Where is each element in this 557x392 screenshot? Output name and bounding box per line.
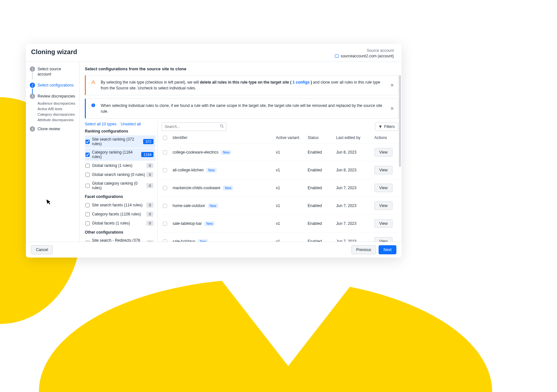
type-checkbox[interactable] bbox=[85, 241, 90, 242]
type-checkbox[interactable] bbox=[85, 173, 90, 177]
table-row[interactable]: mackenzie-childs-cookwareNewv1EnabledJun… bbox=[162, 179, 398, 197]
svg-text:i: i bbox=[93, 104, 94, 107]
row-status: Enabled bbox=[308, 203, 334, 208]
step-1[interactable]: 1 Select source account bbox=[30, 66, 75, 77]
table-row[interactable]: college-cookware-electricsNewv1EnabledJu… bbox=[162, 144, 398, 161]
row-variant: v1 bbox=[276, 203, 305, 208]
step-4-num: 4 bbox=[30, 126, 35, 132]
modal-footer: Cancel Previous Next bbox=[26, 242, 402, 258]
step-3-num: 3 bbox=[30, 94, 35, 99]
type-redirects[interactable]: Site search - Redirects (378 rules) 0 bbox=[85, 236, 155, 242]
row-status: Enabled bbox=[308, 239, 334, 242]
step-2[interactable]: 2 Select configurations bbox=[30, 83, 75, 88]
row-checkbox[interactable] bbox=[163, 222, 167, 226]
cancel-button[interactable]: Cancel bbox=[31, 245, 53, 254]
row-status: Enabled bbox=[308, 221, 334, 226]
source-account-name: sourceaccount2.com (account) bbox=[341, 54, 394, 58]
type-checkbox[interactable] bbox=[85, 212, 90, 216]
svg-line-3 bbox=[222, 127, 223, 128]
type-checkbox[interactable] bbox=[85, 203, 90, 207]
close-alert-button[interactable]: ✕ bbox=[390, 82, 394, 89]
row-edited: Jun 8, 2023 bbox=[336, 150, 372, 155]
scrollbar-thumb[interactable] bbox=[399, 75, 401, 167]
row-checkbox[interactable] bbox=[163, 239, 167, 242]
account-icon bbox=[335, 54, 339, 58]
col-actions: Actions bbox=[374, 135, 397, 140]
type-checkbox[interactable] bbox=[85, 221, 90, 225]
group-facet: Facet configurations bbox=[85, 194, 155, 199]
select-all-link[interactable]: Select all 10 types bbox=[85, 122, 116, 126]
filters-button[interactable]: Filters bbox=[375, 122, 398, 131]
select-all-checkbox[interactable] bbox=[163, 136, 167, 140]
info-alert: i When selecting individual rules to clo… bbox=[85, 98, 398, 119]
row-identifier: mackenzie-childs-cookwareNew bbox=[173, 186, 273, 190]
substep-abtests[interactable]: Active A/B tests bbox=[38, 107, 75, 111]
view-button[interactable]: View bbox=[374, 237, 392, 242]
row-variant: v1 bbox=[276, 186, 305, 190]
source-account-value: sourceaccount2.com (account) bbox=[335, 54, 394, 58]
row-edited: Jun 7, 2023 bbox=[336, 203, 372, 208]
type-site-search-facets[interactable]: Site search facets (114 rules) 0 bbox=[85, 201, 155, 209]
source-account: Source account sourceaccount2.com (accou… bbox=[335, 48, 394, 58]
info-text: When selecting individual rules to clone… bbox=[101, 103, 393, 114]
step-3-label: Review discrepancies bbox=[38, 94, 75, 99]
count-badge: 0 bbox=[146, 202, 153, 208]
type-global-ranking[interactable]: Global ranking (1 rules) 0 bbox=[85, 161, 155, 170]
view-button[interactable]: View bbox=[374, 219, 392, 228]
table-row[interactable]: sale-tabletop-barNewv1EnabledJun 7, 2023… bbox=[162, 215, 398, 233]
next-button[interactable]: Next bbox=[379, 245, 396, 254]
previous-button[interactable]: Previous bbox=[351, 245, 376, 254]
type-global-facets[interactable]: Global facets (1 rules) 0 bbox=[85, 219, 155, 227]
substep-category[interactable]: Category discrepancies bbox=[38, 112, 75, 116]
count-badge: 0 bbox=[146, 221, 153, 226]
configs-link[interactable]: 1 configs bbox=[292, 80, 310, 85]
type-category-facets[interactable]: Category facets (1106 rules) 0 bbox=[85, 210, 155, 218]
cloning-wizard-modal: Cloning wizard Source account sourceacco… bbox=[26, 44, 402, 258]
table-row[interactable]: all-college-kitchenNewv1EnabledJun 8, 20… bbox=[162, 161, 398, 179]
count-badge: 0 bbox=[146, 172, 153, 177]
view-button[interactable]: View bbox=[374, 184, 392, 192]
table-toolbar: Filters bbox=[162, 122, 398, 131]
step-2-label: Select configurations bbox=[38, 83, 74, 88]
type-site-search-ranking[interactable]: Site search ranking (372 rules) 372 bbox=[85, 135, 155, 148]
row-variant: v1 bbox=[276, 150, 305, 155]
row-checkbox[interactable] bbox=[163, 168, 167, 172]
table-header: Identifier Active variant Status Last ed… bbox=[162, 133, 398, 144]
type-checkbox[interactable] bbox=[85, 140, 90, 144]
rules-table: Identifier Active variant Status Last ed… bbox=[162, 133, 398, 242]
row-checkbox[interactable] bbox=[163, 150, 167, 155]
step-4[interactable]: 4 Clone review bbox=[30, 126, 75, 132]
type-category-ranking[interactable]: Category ranking (1164 rules) 1164 bbox=[85, 148, 155, 161]
row-identifier: sale-holidaysNew bbox=[173, 239, 273, 242]
count-badge: 1164 bbox=[141, 152, 153, 157]
type-checkbox[interactable] bbox=[85, 184, 90, 188]
substep-attribute[interactable]: Attribute discrepancies bbox=[38, 118, 75, 122]
type-global-search-ranking[interactable]: Global search ranking (0 rules) 0 bbox=[85, 170, 155, 179]
type-global-category-ranking[interactable]: Global category ranking (0 rules) 0 bbox=[85, 179, 155, 192]
step-1-label: Select source account bbox=[38, 66, 75, 77]
unselect-all-link[interactable]: Unselect all bbox=[121, 122, 141, 126]
panel-scroll[interactable]: By selecting the rule type (checkbox in … bbox=[80, 75, 402, 242]
count-badge: 0 bbox=[146, 212, 153, 217]
warning-text: By selecting the rule type (checkbox in … bbox=[101, 79, 393, 91]
table-row[interactable]: sale-holidaysNewv1EnabledJun 7, 2023View bbox=[162, 233, 398, 242]
type-checkbox[interactable] bbox=[85, 164, 90, 168]
col-identifier: Identifier bbox=[173, 135, 273, 140]
step-3-substeps: Audience discrepancies Active A/B tests … bbox=[38, 101, 75, 122]
row-checkbox[interactable] bbox=[163, 186, 167, 190]
view-button[interactable]: View bbox=[374, 166, 392, 174]
row-edited: Jun 7, 2023 bbox=[336, 239, 372, 242]
row-variant: v1 bbox=[276, 168, 305, 172]
substep-audience[interactable]: Audience discrepancies bbox=[38, 101, 75, 105]
bg-shape-bottom bbox=[39, 279, 492, 392]
close-alert-button[interactable]: ✕ bbox=[390, 105, 394, 112]
view-button[interactable]: View bbox=[374, 202, 392, 210]
search-input[interactable] bbox=[162, 122, 226, 131]
view-button[interactable]: View bbox=[374, 148, 392, 156]
row-checkbox[interactable] bbox=[163, 204, 167, 208]
type-checkbox[interactable] bbox=[85, 153, 90, 157]
warning-icon bbox=[91, 80, 96, 86]
table-row[interactable]: home-sale-outdoorNewv1EnabledJun 7, 2023… bbox=[162, 197, 398, 215]
step-3[interactable]: 3 Review discrepancies bbox=[30, 94, 75, 99]
col-edited: Last edited by bbox=[336, 135, 372, 140]
